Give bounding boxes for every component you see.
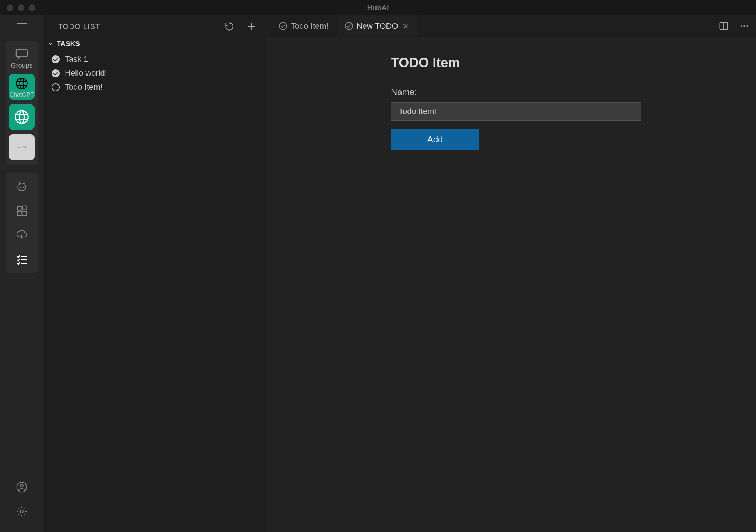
- more-actions-button[interactable]: [738, 20, 750, 32]
- task-row[interactable]: Task 1: [43, 52, 265, 66]
- name-label: Name:: [391, 87, 756, 97]
- extensions-button[interactable]: [16, 205, 28, 217]
- task-checkbox[interactable]: [52, 69, 60, 77]
- chatgpt-label: ChatGPT: [10, 92, 34, 98]
- activity-bar: Groups ChatGPT new tab: [0, 15, 43, 532]
- hamburger-menu-button[interactable]: [15, 21, 28, 32]
- chat-icon: [14, 46, 29, 61]
- check-circle-icon: [279, 22, 287, 30]
- tasks-section-title: TASKS: [57, 40, 80, 48]
- svg-point-4: [23, 187, 24, 188]
- settings-button[interactable]: [16, 506, 28, 517]
- editor-content: TODO Item Name: Add: [266, 37, 756, 532]
- svg-point-23: [746, 25, 748, 26]
- svg-rect-8: [23, 206, 27, 210]
- add-button[interactable]: Add: [391, 129, 479, 150]
- close-icon: [402, 23, 409, 29]
- task-list: Task 1 Hello world! Todo Item!: [43, 50, 265, 96]
- form-heading: TODO Item: [391, 55, 756, 71]
- refresh-icon: [225, 22, 234, 31]
- github-icon: [16, 179, 28, 194]
- chatgpt-icon: [12, 107, 31, 127]
- checklist-icon: [16, 252, 28, 267]
- svg-point-21: [741, 25, 742, 26]
- refresh-button[interactable]: [223, 21, 235, 32]
- close-window-button[interactable]: [7, 4, 13, 11]
- title-bar: HubAI: [0, 0, 756, 15]
- tab-todo-item[interactable]: Todo Item!: [272, 15, 336, 36]
- task-checkbox[interactable]: [52, 55, 60, 63]
- download-button[interactable]: [16, 229, 28, 241]
- activity-group-tools: [6, 173, 38, 273]
- split-editor-button[interactable]: [718, 20, 729, 32]
- svg-rect-0: [16, 49, 27, 57]
- activity-groups-label: Groups: [11, 62, 32, 70]
- app-tile-chatgpt[interactable]: ChatGPT: [9, 74, 35, 100]
- svg-point-1: [16, 78, 27, 89]
- app-tile-chatgpt-alt[interactable]: [9, 104, 35, 130]
- activity-bottom: [16, 474, 28, 525]
- maximize-window-button[interactable]: [29, 4, 35, 11]
- add-button[interactable]: [245, 21, 257, 32]
- sidebar-header: TODO LIST: [43, 15, 265, 38]
- tab-new-todo[interactable]: New TODO: [338, 15, 417, 36]
- svg-point-3: [20, 187, 21, 188]
- tab-bar: Todo Item! New TODO: [266, 15, 756, 37]
- task-label: Task 1: [65, 54, 88, 64]
- account-button[interactable]: [16, 481, 28, 493]
- chevron-down-icon: [47, 40, 54, 47]
- activity-group-top: Groups ChatGPT new tab: [6, 41, 38, 165]
- task-row[interactable]: Hello world!: [43, 66, 265, 80]
- task-label: Todo Item!: [65, 82, 103, 92]
- plus-icon: [246, 21, 257, 32]
- task-label: Hello world!: [65, 68, 107, 78]
- github-button[interactable]: [16, 181, 28, 192]
- split-icon: [718, 21, 729, 31]
- chatgpt-icon: [14, 75, 30, 92]
- sidebar-panel: TODO LIST TASKS Task 1 Hello world!: [43, 15, 266, 532]
- tab-label: Todo Item!: [291, 21, 329, 31]
- svg-rect-5: [17, 206, 21, 210]
- svg-point-22: [743, 25, 745, 26]
- svg-point-2: [15, 111, 28, 124]
- user-icon: [16, 480, 28, 494]
- name-input[interactable]: [391, 102, 641, 121]
- newtab-label: new tab: [17, 146, 27, 149]
- app-tile-newtab[interactable]: new tab: [9, 134, 35, 160]
- svg-rect-6: [17, 211, 21, 215]
- tasks-section-header[interactable]: TASKS: [43, 38, 265, 50]
- gear-icon: [16, 504, 28, 519]
- tab-close-button[interactable]: [402, 22, 409, 30]
- svg-rect-7: [22, 211, 26, 215]
- editor-area: Todo Item! New TODO TODO Item Name:: [266, 15, 756, 532]
- window-title: HubAI: [367, 4, 389, 12]
- window-controls: [7, 4, 35, 11]
- task-row[interactable]: Todo Item!: [43, 80, 265, 94]
- svg-point-14: [20, 510, 23, 513]
- ellipsis-icon: [739, 21, 749, 31]
- cloud-download-icon: [16, 228, 28, 242]
- svg-point-13: [20, 484, 23, 487]
- sidebar-title: TODO LIST: [58, 22, 100, 31]
- todo-list-button[interactable]: [16, 253, 28, 265]
- extensions-icon: [16, 203, 28, 218]
- check-circle-icon: [345, 22, 353, 30]
- minimize-window-button[interactable]: [18, 4, 24, 11]
- task-checkbox[interactable]: [52, 83, 60, 91]
- activity-groups[interactable]: Groups: [8, 46, 35, 70]
- tab-label: New TODO: [357, 21, 398, 31]
